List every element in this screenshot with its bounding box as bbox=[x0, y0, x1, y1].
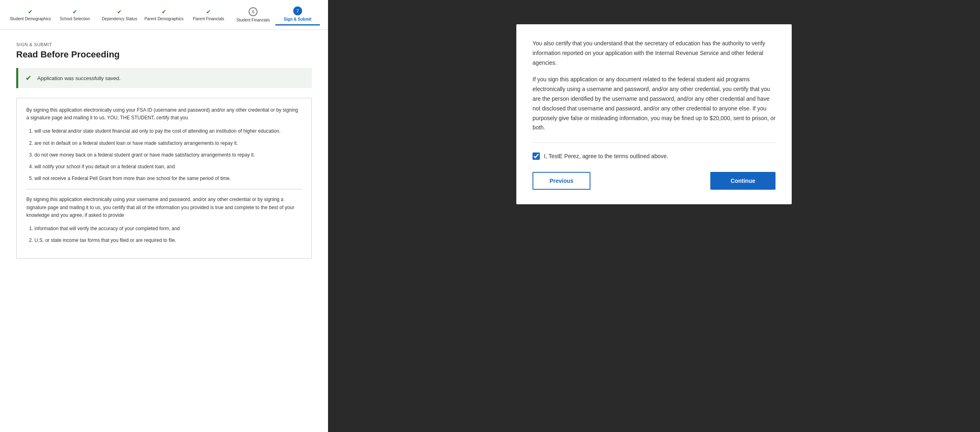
success-check-icon: ✔ bbox=[26, 74, 32, 83]
previous-button[interactable]: Previous bbox=[533, 172, 590, 190]
terms-item-1-1: will use federal and/or state student fi… bbox=[34, 127, 302, 135]
checkmark-icon-4: ✔ bbox=[162, 8, 166, 15]
modal-card: You also certify that you understand tha… bbox=[516, 24, 792, 204]
left-panel: ✔ Student Demographics ✔ School Selectio… bbox=[0, 0, 328, 432]
terms-list-1: will use federal and/or state student fi… bbox=[34, 127, 302, 182]
modal-para-2: If you sign this application or any docu… bbox=[533, 75, 775, 133]
right-panel: You also certify that you understand tha… bbox=[328, 0, 980, 432]
button-row: Previous Continue bbox=[533, 172, 775, 190]
nav-step-2[interactable]: ✔ School Selection bbox=[53, 6, 97, 24]
continue-button[interactable]: Continue bbox=[710, 172, 775, 190]
checkbox-label[interactable]: I, TestE Perez, agree to the terms outli… bbox=[544, 153, 668, 159]
checkmark-icon-5: ✔ bbox=[206, 8, 211, 15]
checkmark-icon-2: ✔ bbox=[72, 8, 77, 15]
step-label-3: Dependency Status bbox=[102, 17, 137, 21]
nav-step-3[interactable]: ✔ Dependency Status bbox=[97, 6, 142, 24]
section-label: SIGN & SUBMIT bbox=[16, 42, 312, 47]
nav-step-7[interactable]: 7 Sign & Submit bbox=[275, 4, 320, 25]
terms-list-2: information that will verify the accurac… bbox=[34, 225, 302, 244]
nav-step-6[interactable]: 6 Student Financials bbox=[231, 5, 275, 25]
checkmark-icon-3: ✔ bbox=[117, 8, 122, 15]
terms-item-2-1: information that will verify the accurac… bbox=[34, 225, 302, 233]
step-label-1: Student Demographics bbox=[10, 17, 51, 21]
step-label-4: Parent Demographics bbox=[145, 17, 184, 21]
progress-nav: ✔ Student Demographics ✔ School Selectio… bbox=[0, 0, 328, 30]
page-title: Read Before Proceeding bbox=[16, 49, 312, 60]
step-label-5: Parent Financials bbox=[193, 17, 224, 21]
success-banner: ✔ Application was successfully saved. bbox=[16, 68, 312, 88]
nav-step-1[interactable]: ✔ Student Demographics bbox=[8, 6, 53, 24]
step-label-6: Student Financials bbox=[236, 18, 270, 23]
terms-para-2: By signing this application electronical… bbox=[26, 196, 302, 219]
main-content: SIGN & SUBMIT Read Before Proceeding ✔ A… bbox=[0, 30, 328, 432]
modal-para-1: You also certify that you understand tha… bbox=[533, 39, 775, 68]
banner-text: Application was successfully saved. bbox=[37, 75, 121, 81]
terms-intro: By signing this application electronical… bbox=[26, 106, 302, 122]
terms-item-2-2: U.S. or state income tax forms that you … bbox=[34, 237, 302, 244]
circle-icon-7: 7 bbox=[293, 6, 302, 15]
terms-item-1-4: will notify your school if you default o… bbox=[34, 163, 302, 171]
circle-icon-6: 6 bbox=[249, 7, 258, 16]
nav-step-4[interactable]: ✔ Parent Demographics bbox=[142, 6, 186, 24]
step-label-7: Sign & Submit bbox=[284, 17, 311, 22]
checkmark-icon-1: ✔ bbox=[28, 8, 33, 15]
terms-box: By signing this application electronical… bbox=[16, 98, 312, 258]
nav-step-5[interactable]: ✔ Parent Financials bbox=[186, 6, 231, 24]
checkbox-row[interactable]: I, TestE Perez, agree to the terms outli… bbox=[533, 152, 775, 160]
step-label-2: School Selection bbox=[60, 17, 90, 21]
terms-item-1-3: do not owe money back on a federal stude… bbox=[34, 151, 302, 159]
modal-divider bbox=[533, 142, 775, 143]
terms-item-1-5: will not receive a Federal Pell Grant fr… bbox=[34, 175, 302, 182]
agree-checkbox[interactable] bbox=[533, 152, 540, 160]
terms-item-1-2: are not in default on a federal student … bbox=[34, 140, 302, 147]
